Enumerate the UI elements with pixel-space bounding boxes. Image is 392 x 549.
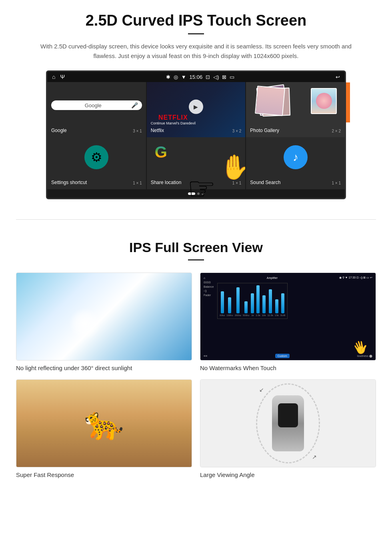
share-app-label: Share location <box>151 180 182 185</box>
title-underline <box>188 33 204 34</box>
loudness-toggle[interactable]: loudness ⬤ <box>357 355 372 358</box>
usb-icon: Ψ <box>60 74 65 80</box>
amp-status-bar: ⌂ Amplifier ◉ ⚲ ▼ 17:33 ⊡ ◁) ⊠ ▭ ↩ <box>204 276 372 279</box>
status-time: 15:06 <box>190 74 203 80</box>
pagination-dots <box>47 189 345 198</box>
eq-bar-200hz: 200hz <box>235 285 241 317</box>
eq-bar <box>236 287 240 313</box>
feature-label-response: Super Fast Response <box>16 471 192 478</box>
volume-icon: ◁) <box>213 74 219 80</box>
car-background: ↗ ↙ <box>200 380 376 467</box>
app-cell-google[interactable]: Google 🎤 Google 3 × 1 <box>47 82 146 137</box>
amp-screen: ⌂ Amplifier ◉ ⚲ ▼ 17:33 ⊡ ◁) ⊠ ▭ ↩ ⊟⊟⊟ B… <box>200 273 376 360</box>
camera-icon: ⊡ <box>206 74 210 80</box>
amp-controls-left: ⊟⊟⊟ Balance ◁) Fader <box>204 281 214 319</box>
photo-label-row: Photo Gallery 2 × 2 <box>250 126 341 133</box>
feature-card-response: 🐆 Super Fast Response <box>16 379 192 478</box>
location-icon: ◎ <box>174 74 178 80</box>
feature-label-sunlight: No light reflecting under 360° direct su… <box>16 365 192 371</box>
dot-2[interactable] <box>197 192 200 195</box>
gear-icon: ⚙ <box>84 145 108 169</box>
status-center: ✱ ◎ ▼ 15:06 ⊡ ◁) ⊠ ▭ <box>166 74 235 80</box>
app-grid-row2: ⚙ Settings shortcut 1 × 1 G 🤚 Share loca… <box>47 137 345 189</box>
feature-img-car: ↗ ↙ <box>200 379 376 467</box>
section2-underline <box>188 259 204 260</box>
flower-image <box>316 93 332 109</box>
feature-img-sunlight <box>16 272 192 361</box>
home-icon[interactable]: ⌂ <box>52 74 55 80</box>
feature-card-watermarks: ⌂ Amplifier ◉ ⚲ ▼ 17:33 ⊡ ◁) ⊠ ▭ ↩ ⊟⊟⊟ B… <box>200 272 376 371</box>
sound-app-size: 1 × 1 <box>332 181 341 185</box>
photo-card-3 <box>255 86 285 116</box>
microphone-icon[interactable]: 🎤 <box>131 102 138 108</box>
app-cell-netflix[interactable]: ▶ NETFLIX Continue Marvel's Daredevil Ne… <box>147 82 246 137</box>
eq-bar-1k: 1k <box>251 285 254 317</box>
back-icon[interactable]: ↩ <box>336 74 340 80</box>
eq-bar-12-5k: 12.5k <box>267 285 273 317</box>
netflix-app-size: 3 × 2 <box>232 129 242 133</box>
cheetah-emoji: 🐆 <box>84 405 124 442</box>
app-cell-settings[interactable]: ⚙ Settings shortcut 1 × 1 <box>47 137 146 189</box>
dot-1[interactable] <box>188 192 195 195</box>
app-cell-photo-gallery[interactable]: Photo Gallery 2 × 2 <box>246 82 345 137</box>
eq-bar-500hz: 500hz <box>243 285 249 317</box>
feature-grid: No light reflecting under 360° direct su… <box>16 272 376 478</box>
feature-label-watermarks: No Watermarks When Touch <box>200 365 376 371</box>
section1-description: With 2.5D curved-display screen, this de… <box>36 42 356 61</box>
netflix-brand: NETFLIX Continue Marvel's Daredevil <box>151 114 196 125</box>
google-app-label: Google <box>51 128 67 133</box>
settings-app-size: 1 × 1 <box>133 181 142 185</box>
bluetooth-icon: ✱ <box>166 74 170 80</box>
netflix-logo-text: NETFLIX <box>151 114 196 121</box>
section1-title: 2.5D Curved IPS Touch Screen <box>16 12 376 29</box>
eq-bar <box>228 297 231 313</box>
google-logo: Google <box>55 102 131 108</box>
feature-card-viewing-angle: ↗ ↙ Large Viewing Angle <box>200 379 376 478</box>
eq-bar-100hz: 100hz <box>226 285 233 317</box>
app-grid-row1: Google 🎤 Google 3 × 1 ▶ NETFLIX Continue… <box>47 82 345 137</box>
car-roof <box>278 403 298 427</box>
custom-button[interactable]: Custom <box>275 354 290 358</box>
eq-bar <box>256 285 260 313</box>
sky-background <box>16 273 192 360</box>
eq-bar-10k: 10k <box>262 285 266 317</box>
status-left: ⌂ Ψ <box>52 74 65 80</box>
feature-label-viewing-angle: Large Viewing Angle <box>200 471 376 478</box>
amp-home: ⌂ <box>204 277 205 279</box>
settings-label-row: Settings shortcut 1 × 1 <box>51 178 142 185</box>
app-cell-sound-search[interactable]: ♪ Sound Search 1 × 1 <box>246 137 345 189</box>
amp-equalizer: 60hz 100hz 200hz <box>217 283 288 319</box>
eq-bar <box>269 289 272 313</box>
hand-pointing-icon: 🤚 <box>219 153 245 181</box>
eq-bar <box>262 295 266 313</box>
eq-bar-2-5k: 2.5k <box>256 285 260 317</box>
google-label-row: Google 3 × 1 <box>51 126 142 133</box>
dot-3[interactable] <box>202 192 204 195</box>
device-screen: ⌂ Ψ ✱ ◎ ▼ 15:06 ⊡ ◁) ⊠ ▭ ↩ <box>46 70 346 199</box>
close-icon: ⊠ <box>222 74 226 80</box>
car-oval: ↗ ↙ <box>256 383 320 463</box>
google-search-bar[interactable]: Google 🎤 <box>51 100 142 110</box>
section-divider <box>16 219 376 220</box>
photo-app-size: 2 × 2 <box>332 129 341 133</box>
netflix-play-button[interactable]: ▶ <box>189 100 203 114</box>
section2-title: IPS Full Screen View <box>16 240 376 255</box>
eq-bar <box>221 291 224 313</box>
eq-bar <box>244 301 248 313</box>
photo-main <box>311 88 337 114</box>
eq-bar <box>275 299 278 313</box>
window-icon: ▭ <box>230 74 234 80</box>
app-cell-share-location[interactable]: G 🤚 Share location 1 × 1 <box>147 137 246 189</box>
section-curved-screen: 2.5D Curved IPS Touch Screen With 2.5D c… <box>0 0 392 207</box>
sun-glow <box>69 308 101 340</box>
netflix-subtitle: Continue Marvel's Daredevil <box>151 121 196 125</box>
feature-img-cheetah: 🐆 <box>16 379 192 467</box>
car-arrow-right: ↗ <box>312 454 317 460</box>
netflix-label-row: Netflix 3 × 2 <box>151 126 242 133</box>
car-arrow-left: ↙ <box>259 387 264 393</box>
cheetah-background: 🐆 <box>16 380 192 467</box>
settings-icon-wrap: ⚙ <box>84 145 108 169</box>
sound-app-label: Sound Search <box>250 180 280 185</box>
eq-bar-sub: SUB <box>280 285 285 317</box>
sound-label-row: Sound Search 1 × 1 <box>250 178 341 185</box>
